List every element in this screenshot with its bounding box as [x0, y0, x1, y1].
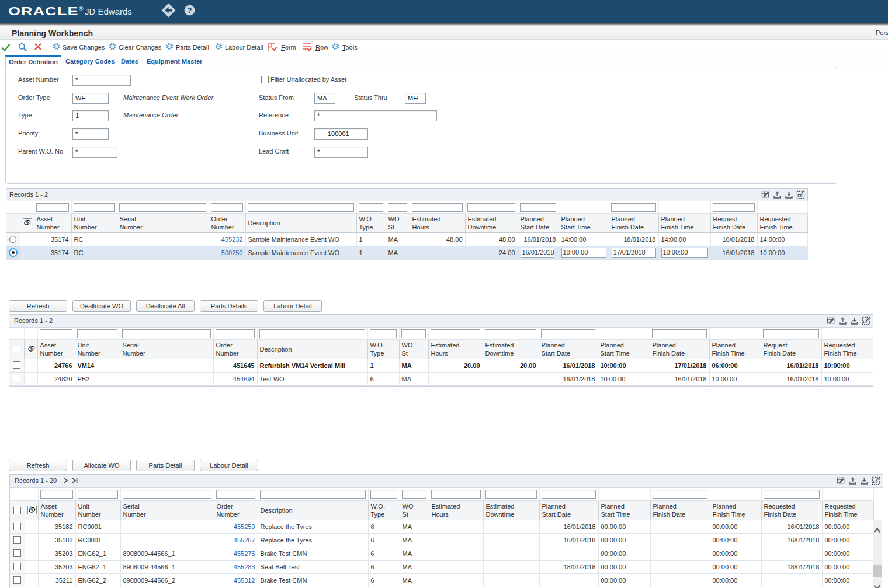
svg-text:?: ?: [188, 6, 192, 15]
